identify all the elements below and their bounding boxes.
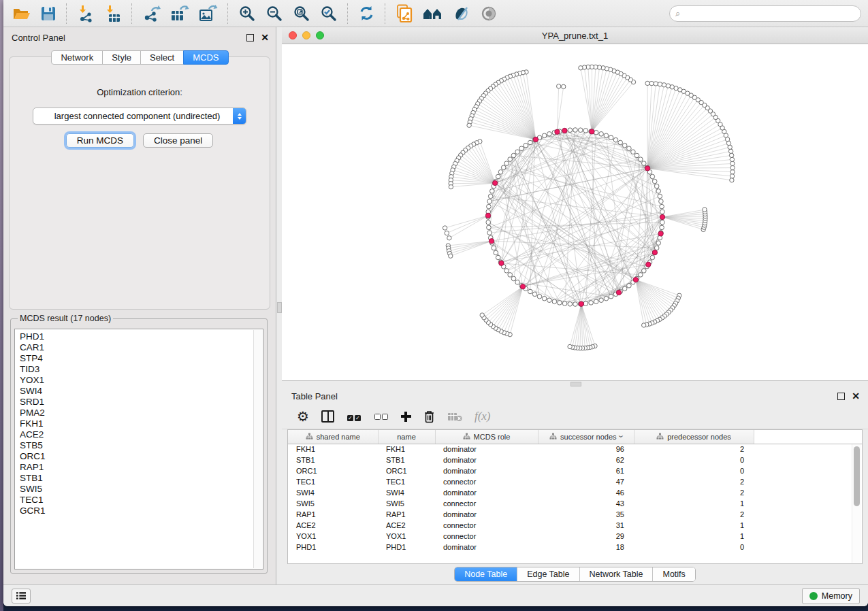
mcds-result-item[interactable]: YOX1 xyxy=(20,375,263,386)
mcds-result-item[interactable]: TEC1 xyxy=(20,495,263,506)
open-file-button[interactable] xyxy=(9,4,34,23)
cell-mcds_role: connector xyxy=(435,498,538,509)
close-panel-button[interactable]: Close panel xyxy=(143,133,213,148)
apply-layout-button[interactable] xyxy=(355,3,379,23)
function-builder-button[interactable]: f(x) xyxy=(475,408,491,425)
mcds-result-item[interactable]: PHD1 xyxy=(20,331,263,342)
task-list-icon xyxy=(16,591,26,600)
cell-name: FKH1 xyxy=(378,444,435,455)
mcds-result-item[interactable]: TID3 xyxy=(20,364,263,375)
zoom-selected-button[interactable] xyxy=(317,3,341,24)
network-window-titlebar: YPA_prune.txt_1 xyxy=(282,27,868,44)
mcds-result-item[interactable]: FKH1 xyxy=(20,418,263,429)
cell-shared_name: TEC1 xyxy=(288,476,378,487)
save-session-button[interactable] xyxy=(37,4,60,23)
toolbar-separator xyxy=(227,3,229,24)
table-row[interactable]: FKH1FKH1dominator962 xyxy=(288,444,862,455)
clear-selection-button[interactable] xyxy=(374,408,389,425)
tab-network-table[interactable]: Network Table xyxy=(580,567,654,581)
memory-button[interactable]: Memory xyxy=(802,588,860,604)
tab-edge-table[interactable]: Edge Table xyxy=(517,567,579,581)
tab-motifs[interactable]: Motifs xyxy=(653,567,694,581)
export-network-button[interactable] xyxy=(139,3,164,24)
mcds-result-item[interactable]: ORC1 xyxy=(20,451,263,462)
mcds-result-item[interactable]: SWI4 xyxy=(20,386,263,397)
mcds-result-item[interactable]: PMA2 xyxy=(20,408,263,418)
float-panel-icon[interactable] xyxy=(837,393,845,400)
criterion-select[interactable]: largest connected component (undirected) xyxy=(33,108,246,125)
table-row[interactable]: STB1STB1dominator620 xyxy=(288,455,862,465)
export-image-button[interactable] xyxy=(195,3,221,24)
close-panel-icon[interactable]: ✕ xyxy=(852,391,860,401)
cell-shared_name: FKH1 xyxy=(288,444,378,455)
horizontal-splitter[interactable] xyxy=(282,380,868,386)
zoom-out-button[interactable] xyxy=(262,3,287,24)
cell-successor_nodes: 29 xyxy=(538,531,634,542)
mcds-result-item[interactable]: GCR1 xyxy=(20,506,263,516)
splitter-grip[interactable] xyxy=(277,302,282,313)
mcds-result-item[interactable]: RAP1 xyxy=(20,462,263,473)
panel-settings-button[interactable] xyxy=(321,408,334,425)
close-panel-icon[interactable]: ✕ xyxy=(261,33,269,42)
zoom-in-button[interactable] xyxy=(235,3,259,24)
column-header[interactable]: name xyxy=(378,430,435,444)
zoom-in-icon xyxy=(238,5,256,22)
table-row[interactable]: ORC1ORC1dominator610 xyxy=(288,465,862,476)
mcds-result-item[interactable]: SRD1 xyxy=(20,397,263,408)
column-header[interactable]: predecessor nodes xyxy=(634,430,754,444)
mcds-result-item[interactable]: STP4 xyxy=(20,353,263,364)
delete-columns-button[interactable] xyxy=(423,408,435,425)
column-header[interactable]: MCDS role xyxy=(435,430,538,444)
toolbar-separator xyxy=(66,3,67,24)
mcds-result-item[interactable]: SWI5 xyxy=(20,484,263,495)
run-mcds-button[interactable]: Run MCDS xyxy=(66,133,134,148)
vertical-splitter[interactable] xyxy=(276,27,282,584)
zoom-fit-button[interactable] xyxy=(289,3,314,24)
table-row[interactable]: TEC1TEC1connector472 xyxy=(288,476,862,487)
export-table-button[interactable] xyxy=(167,3,193,24)
mcds-result-item[interactable]: CAR1 xyxy=(20,342,263,353)
tab-mcds[interactable]: MCDS xyxy=(183,50,228,65)
network-canvas[interactable] xyxy=(282,44,868,380)
mcds-result-group: MCDS result (17 nodes) PHD1CAR1STP4TID3Y… xyxy=(10,314,268,574)
table-row[interactable]: PHD1PHD1dominator180 xyxy=(288,542,862,552)
delete-table-button[interactable] xyxy=(447,408,462,425)
select-all-button[interactable]: ✓✓ xyxy=(347,408,361,425)
add-column-button[interactable] xyxy=(401,408,411,425)
mcds-result-list[interactable]: PHD1CAR1STP4TID3YOX1SWI4SRD1PMA2FKH1ACE2… xyxy=(14,329,263,569)
splitter-grip[interactable] xyxy=(570,382,581,386)
import-table-button[interactable] xyxy=(101,3,125,24)
column-header[interactable]: shared name xyxy=(288,430,378,444)
task-history-button[interactable] xyxy=(12,589,31,604)
table-row[interactable]: SWI5SWI5connector431 xyxy=(288,498,862,509)
tab-select[interactable]: Select xyxy=(140,50,184,65)
tab-node-table[interactable]: Node Table xyxy=(455,567,517,581)
cell-predecessor_nodes: 2 xyxy=(634,476,754,487)
tab-style[interactable]: Style xyxy=(102,50,141,65)
float-panel-icon[interactable] xyxy=(246,34,254,42)
mcds-result-item[interactable]: STB1 xyxy=(20,473,263,484)
tab-network[interactable]: Network xyxy=(51,50,103,65)
column-settings-button[interactable]: ⚙ xyxy=(297,408,309,425)
table-scrollbar[interactable] xyxy=(852,444,861,563)
import-network-button[interactable] xyxy=(74,3,98,24)
new-network-from-selection-button[interactable] xyxy=(392,3,417,24)
mcds-result-item[interactable]: STB5 xyxy=(20,440,263,451)
cell-mcds_role: dominator xyxy=(435,542,538,552)
column-header[interactable]: successor nodes› xyxy=(538,430,634,444)
table-row[interactable]: ACE2ACE2connector311 xyxy=(288,520,862,531)
attribute-tree-icon xyxy=(306,433,313,440)
search-input[interactable] xyxy=(684,8,855,19)
mcds-result-item[interactable]: ACE2 xyxy=(20,429,263,440)
hide-selection-button[interactable] xyxy=(449,4,474,23)
scrollbar-thumb[interactable] xyxy=(854,446,860,506)
cell-name: ORC1 xyxy=(378,465,435,476)
show-all-button[interactable] xyxy=(477,4,501,23)
table-row[interactable]: SWI4SWI4dominator462 xyxy=(288,487,862,498)
table-row[interactable]: YOX1YOX1connector291 xyxy=(288,531,862,542)
table-tabs: Node Table Edge Table Network Table Moti… xyxy=(454,567,696,582)
cell-filler xyxy=(754,520,862,531)
first-neighbors-button[interactable] xyxy=(419,4,447,23)
table-row[interactable]: RAP1RAP1dominator352 xyxy=(288,509,862,520)
mcds-list-scrollbar[interactable] xyxy=(253,330,262,568)
